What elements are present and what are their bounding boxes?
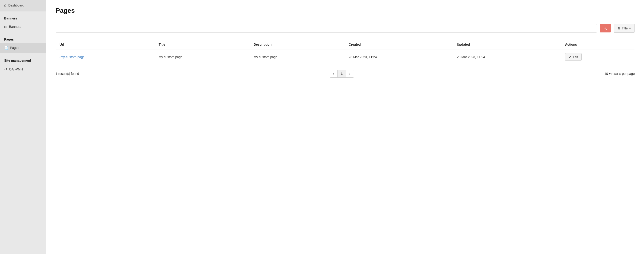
results-count: 1 result(s) found <box>56 72 79 76</box>
search-input-wrapper <box>56 24 597 33</box>
sidebar-item-label: Pages <box>10 46 19 50</box>
cell-description: My custom page <box>250 50 345 64</box>
banner-icon <box>4 25 7 28</box>
table-header-row: Url Title Description Created Updated Ac… <box>56 40 635 50</box>
edit-label: Edit <box>573 55 578 59</box>
pages-table: Url Title Description Created Updated Ac… <box>56 39 635 64</box>
col-header-url: Url <box>56 40 155 50</box>
page-1-button[interactable]: 1 <box>338 70 346 78</box>
sidebar-section-site-management: Site management <box>0 55 46 64</box>
sort-icon: ⇅ <box>618 26 620 30</box>
home-icon <box>4 3 6 8</box>
sidebar-divider-3 <box>0 54 46 54</box>
col-header-description: Description <box>250 40 345 50</box>
sort-button[interactable]: ⇅ Title ▾ <box>614 24 635 33</box>
sidebar-item-banners[interactable]: Banners <box>0 22 46 32</box>
cell-url: /my-custom-page <box>56 50 155 64</box>
sidebar: Dashboard Banners Banners Pages Pages Si… <box>0 0 46 254</box>
col-header-updated: Updated <box>453 40 562 50</box>
next-page-button[interactable]: › <box>346 70 354 78</box>
per-page-control: 10 ▾ results per page <box>604 72 635 76</box>
pencil-icon <box>568 56 572 58</box>
oai-icon <box>4 67 7 72</box>
search-input[interactable] <box>56 24 597 33</box>
cell-title: My custom page <box>155 50 250 64</box>
svg-point-0 <box>604 27 606 29</box>
page-icon <box>4 46 8 50</box>
col-header-actions: Actions <box>561 40 634 50</box>
cell-updated: 23 Mar 2023, 11:24 <box>453 50 562 64</box>
sidebar-item-label: OAI-PMH <box>9 68 23 71</box>
sidebar-item-pages[interactable]: Pages <box>0 43 46 53</box>
sidebar-section-pages: Pages <box>0 34 46 43</box>
page-title: Pages <box>56 7 635 14</box>
sort-label: Title <box>622 26 628 30</box>
per-page-dropdown[interactable]: ▾ <box>609 72 610 76</box>
sidebar-section-banners: Banners <box>0 13 46 22</box>
sidebar-divider-1 <box>0 12 46 12</box>
sidebar-divider-2 <box>0 33 46 33</box>
pagination-controls: ‹ 1 › <box>330 70 354 78</box>
search-row: ⇅ Title ▾ <box>56 24 635 33</box>
col-header-title: Title <box>155 40 250 50</box>
page-url-link[interactable]: /my-custom-page <box>60 55 84 59</box>
prev-page-button[interactable]: ‹ <box>330 70 338 78</box>
col-header-created: Created <box>345 40 453 50</box>
per-page-number: 10 <box>604 72 608 76</box>
sidebar-item-label: Dashboard <box>8 4 24 7</box>
cell-actions: Edit <box>561 50 634 64</box>
top-divider <box>56 18 635 18</box>
sidebar-item-label: Banners <box>9 25 21 28</box>
main-content: Pages ⇅ Title ▾ Url Title Description Cr… <box>46 0 644 254</box>
sidebar-item-dashboard[interactable]: Dashboard <box>0 0 46 11</box>
chevron-down-icon: ▾ <box>629 26 631 30</box>
pagination-row: 1 result(s) found ‹ 1 › 10 ▾ results per… <box>56 70 635 78</box>
search-button[interactable] <box>600 24 611 32</box>
svg-line-1 <box>606 29 607 30</box>
table-row: /my-custom-page My custom page My custom… <box>56 50 635 64</box>
search-icon <box>604 26 607 30</box>
edit-button[interactable]: Edit <box>565 53 582 61</box>
sidebar-item-oai-pmh[interactable]: OAI-PMH <box>0 64 46 74</box>
cell-created: 23 Mar 2023, 11:24 <box>345 50 453 64</box>
per-page-label: results per page <box>612 72 635 76</box>
